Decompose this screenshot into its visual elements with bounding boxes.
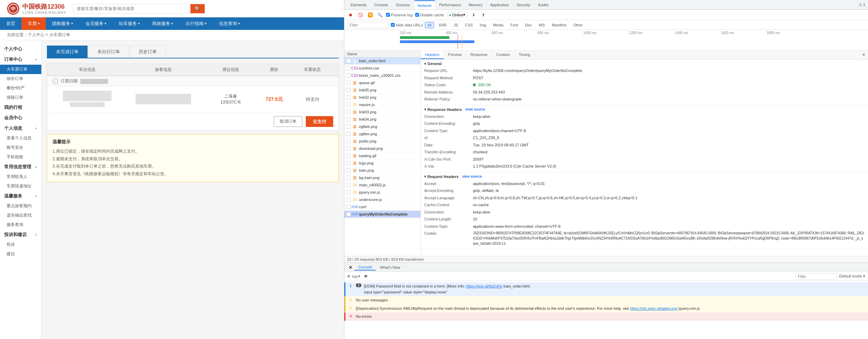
preserve-log-checkbox[interactable]: Preserve log [386,13,412,17]
details-tab-preview[interactable]: Preview [444,51,466,59]
details-tab-timing[interactable]: Timing [515,51,535,59]
request-item-conf[interactable]: XHR conf [344,203,420,211]
search-button[interactable]: 🔍 [190,4,205,13]
request-item-ticket-css[interactable]: CSS ticket_index_v20001.css [344,72,420,79]
details-tab-headers[interactable]: Headers [421,51,444,59]
nav-item-station[interactable]: 站车服务▾ [113,17,146,30]
nav-item-guide[interactable]: 出行指南▾ [179,17,213,30]
tab-sources[interactable]: Sources [392,0,413,9]
request-item-query-order[interactable]: XHR queryMyOrderNoComplete [344,211,420,218]
import-button[interactable]: ⬇ [470,11,477,18]
order-collapse-button[interactable]: － [52,79,58,84]
request-item-mainjs[interactable]: JS main_v40002.js [344,181,420,189]
details-close-button[interactable]: ✕ [859,51,868,59]
request-item-loading[interactable]: 🖼 loading.gif [344,152,420,160]
console-filter-input[interactable] [795,273,837,280]
sidebar-item-view-info[interactable]: 查看个人信息 [0,134,41,143]
filter-type-css[interactable]: CSS [462,22,475,28]
filter-type-other[interactable]: Other [571,22,586,28]
sidebar-item-delivery-address[interactable]: 车票快递地址 [0,181,41,191]
sidebar-item-complaint[interactable]: 投诉 [0,240,41,249]
tab-audits[interactable]: Audits [534,0,552,9]
view-source-button-request[interactable]: view source [462,175,482,178]
request-item-train-order[interactable]: 📄 train_order.html [344,57,420,65]
export-button[interactable]: ⬆ [480,11,487,18]
sidebar-item-suggestion[interactable]: 建议 [0,249,41,259]
nav-item-business[interactable]: 商旅服务▾ [146,17,179,30]
tab-memory[interactable]: Memory [465,0,486,9]
pay-button[interactable]: 去支付 [306,116,333,127]
eye-icon[interactable]: 👁 [362,273,369,280]
filter-type-font[interactable]: Font [508,22,521,28]
request-item-link04[interactable]: 🖼 link04.png [344,116,420,123]
sidebar-item-waitlist[interactable]: 候补订单 [0,74,41,83]
tab-performance[interactable]: Performance [436,0,465,9]
tab-untravel-orders[interactable]: 未出行订单 [88,46,129,58]
request-item-link05[interactable]: 🖼 link05.png [344,87,420,94]
tab-application[interactable]: Application [487,0,513,9]
console-clear-button[interactable]: ⊗ [347,274,350,279]
sidebar-item-train-orders[interactable]: 火车票订单 [0,65,41,74]
request-item-link02[interactable]: 🖼 link02.png [344,94,420,101]
search-input[interactable] [73,4,190,13]
details-tab-response[interactable]: Response [466,51,492,59]
filter-type-img[interactable]: Img [477,22,489,28]
request-item-underscore[interactable]: JS underscore.js [344,196,420,203]
request-item-link03[interactable]: 🖼 link03.png [344,108,420,116]
nav-item-tickets[interactable]: 车票▾ [22,17,46,30]
filter-icon[interactable]: 🔽 [367,11,374,18]
sidebar-item-lost-items[interactable]: 遗失物品查找 [0,211,41,220]
nav-item-info[interactable]: 信息查询▾ [213,17,246,30]
default-levels-selector[interactable]: Default levels ▾ [839,274,865,279]
disable-cache-checkbox[interactable]: Disable cache [415,13,444,17]
filter-type-xhr[interactable]: XHR [436,22,449,28]
request-item-jquery[interactable]: JS jquery.min.js [344,189,420,196]
filter-type-manifest[interactable]: Manifest [549,22,569,28]
request-item-iconfont[interactable]: CSS iconfont.css [344,65,420,72]
tab-security[interactable]: Security [513,0,534,9]
console-close-icon[interactable]: ✕ [347,264,354,271]
bottom-tab-console[interactable]: Console [355,264,376,271]
sidebar-item-service-query[interactable]: 服务查询 [0,220,41,229]
filter-type-js[interactable]: JS [451,22,460,28]
nav-item-group[interactable]: 团购服务▾ [46,17,79,30]
view-source-button-response[interactable]: view source [465,107,485,111]
tab-history-orders[interactable]: 历史订单 [130,46,166,58]
nav-item-home[interactable]: 首页 [0,17,22,30]
xhr-spec-link[interactable]: https://xhr.spec.whatwg.org/ [630,306,677,310]
request-item-queue-gif[interactable]: 🖼 queue.gif [344,79,420,87]
tab-network[interactable]: Network [414,0,435,9]
search-icon[interactable]: 🔍 [376,11,383,18]
online-selector[interactable]: ● Online ▾ [447,12,467,18]
sidebar-item-food[interactable]: 餐饮•特产 [0,83,41,93]
request-item-bgtrain[interactable]: 🖼 bg-train.png [344,174,420,181]
tab-elements[interactable]: Elements [347,0,370,9]
console-context-selector[interactable]: top ▾ [352,274,360,279]
details-tab-cookies[interactable]: Cookies [492,51,515,59]
record-button[interactable]: ⏺ [347,11,354,18]
filter-type-ws[interactable]: WS [536,22,547,28]
sidebar-item-phone-verify[interactable]: 手机核验 [0,152,41,162]
filter-type-doc[interactable]: Doc [523,22,534,28]
request-item-zgtlwb[interactable]: 🖼 zgtlwb.png [344,123,420,130]
request-item-train[interactable]: 🖼 train.png [344,167,420,174]
tab-incomplete-orders[interactable]: 未完成订单 [47,46,88,58]
request-item-zgtlwx[interactable]: 🖼 zgtlwx.png [344,130,420,138]
bottom-tab-whatsnew[interactable]: What's New [376,265,403,270]
filter-type-all[interactable]: All [425,22,434,28]
dom-info-link[interactable]: https://goo.gl/9p2vKS [466,284,502,288]
filter-type-media[interactable]: Media [491,22,506,28]
sidebar-item-contacts[interactable]: 常用联系人 [0,172,41,181]
hide-data-urls-checkbox[interactable]: Hide data URLs [391,23,423,27]
nav-item-member[interactable]: 会员服务▾ [79,17,113,30]
clear-button[interactable]: 🚫 [357,11,364,18]
request-item-public[interactable]: 🖼 public.png [344,138,420,145]
request-item-logo[interactable]: 🖼 logo.png [344,160,420,167]
sidebar-item-insurance[interactable]: 保险订单 [0,93,41,102]
tab-console[interactable]: Console [371,0,392,9]
cancel-order-button[interactable]: 取消订单 [274,116,302,127]
sidebar-item-vip-reservation[interactable]: 重点旅客预约 [0,201,41,211]
filter-input[interactable] [347,22,389,28]
request-item-require-js[interactable]: JS require.js [344,101,420,108]
request-item-download[interactable]: 🖼 download.png [344,145,420,152]
